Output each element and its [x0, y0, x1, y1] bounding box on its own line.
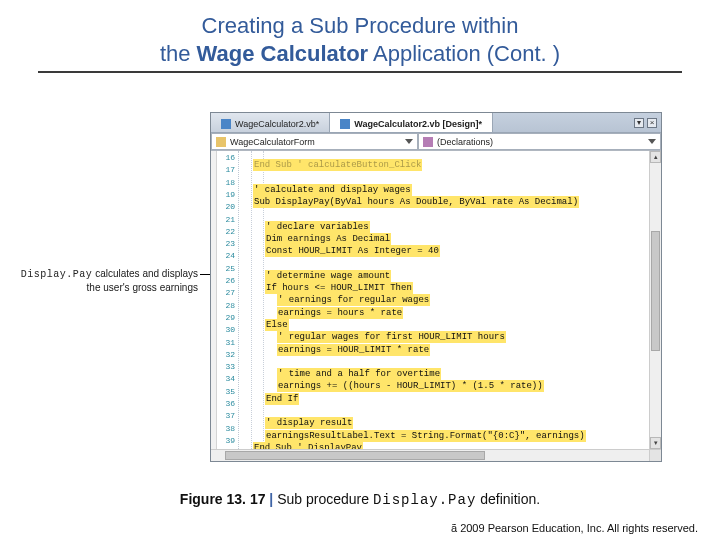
tab-dropdown-icon[interactable]: ▾: [634, 118, 644, 128]
figure-caption: Figure 13. 17 | Sub procedure Display.Pa…: [0, 491, 720, 508]
code-line: If hours <= HOUR_LIMIT Then: [241, 276, 649, 288]
line-number: 32: [225, 350, 235, 359]
code-line: [241, 165, 649, 177]
line-number: 26: [225, 276, 235, 285]
tab-bar: WageCalculator2.vb* WageCalculator2.vb […: [211, 113, 661, 133]
vertical-scrollbar[interactable]: ▴ ▾: [649, 151, 661, 449]
code-text: End Sub ' DisplayPay: [253, 442, 363, 449]
line-number: 33: [225, 362, 235, 371]
code-line: ' calculate and display wages: [241, 178, 649, 190]
copyright-footer: ã 2009 Pearson Education, Inc. All right…: [451, 522, 698, 534]
chevron-down-icon: [648, 139, 656, 144]
code-line: earnings += ((hours - HOUR_LIMIT) * (1.5…: [241, 374, 649, 386]
tab-close-icon[interactable]: ×: [647, 118, 657, 128]
ide-window: WageCalculator2.vb* WageCalculator2.vb […: [210, 112, 662, 462]
code-line: End Sub ' calculateButton_Click: [241, 153, 649, 165]
line-number: 25: [225, 264, 235, 273]
title-line1-pre: Creating a: [202, 13, 310, 38]
scrollbar-corner: [649, 449, 661, 461]
member-selector[interactable]: (Declarations): [418, 133, 661, 150]
scrollbar-thumb[interactable]: [651, 231, 660, 351]
scroll-up-icon[interactable]: ▴: [650, 151, 661, 163]
vb-file-icon: [340, 119, 350, 129]
code-line: [241, 350, 649, 362]
code-line: Else: [241, 313, 649, 325]
line-number: 16: [225, 153, 235, 162]
editor-wrap: 1617181920212223242526272829303132333435…: [211, 151, 661, 461]
title-underline: [38, 71, 682, 73]
code-line: ' display result: [241, 411, 649, 423]
line-number: 20: [225, 202, 235, 211]
code-line: earningsResultLabel.Text = String.Format…: [241, 424, 649, 436]
figure-number: Figure 13. 17: [180, 491, 266, 507]
horizontal-scrollbar[interactable]: [211, 449, 649, 461]
line-number: 24: [225, 251, 235, 260]
code-line: earnings = hours * rate: [241, 301, 649, 313]
caption-separator: |: [265, 491, 277, 507]
declarations-icon: [423, 137, 433, 147]
title-line2-pre: the: [160, 41, 197, 66]
slide-title: Creating a Sub Procedure within the Wage…: [0, 0, 720, 67]
scroll-down-icon[interactable]: ▾: [650, 437, 661, 449]
code-line: Const HOUR_LIMIT As Integer = 40: [241, 239, 649, 251]
line-number: 23: [225, 239, 235, 248]
code-line: [241, 399, 649, 411]
line-number: 38: [225, 424, 235, 433]
member-selector-value: (Declarations): [437, 137, 493, 147]
code-line: End Sub ' DisplayPay: [241, 436, 649, 448]
code-line: Dim earnings As Decimal: [241, 227, 649, 239]
code-line: ' time and a half for overtime: [241, 362, 649, 374]
line-number: 30: [225, 325, 235, 334]
caption-pre: Sub procedure: [277, 491, 373, 507]
line-number: 31: [225, 338, 235, 347]
title-line2-post: Application (Cont. ): [368, 41, 560, 66]
line-number: 27: [225, 288, 235, 297]
tab-bar-controls: ▾ ×: [634, 113, 661, 132]
code-editor[interactable]: 1617181920212223242526272829303132333435…: [211, 151, 649, 449]
line-number: 28: [225, 301, 235, 310]
vb-file-icon: [221, 119, 231, 129]
title-app-name: Wage Calculator: [197, 41, 369, 66]
chevron-down-icon: [405, 139, 413, 144]
code-line: ' earnings for regular wages: [241, 288, 649, 300]
code-line: End If: [241, 387, 649, 399]
class-icon: [216, 137, 226, 147]
caption-post: definition.: [476, 491, 540, 507]
code-line: [241, 251, 649, 263]
callout-text: calculates and displays the user's gross…: [87, 268, 198, 293]
line-number: 18: [225, 178, 235, 187]
tab-design-file[interactable]: WageCalculator2.vb [Design]*: [330, 113, 493, 132]
code-line: Sub DisplayPay(ByVal hours As Double, By…: [241, 190, 649, 202]
title-line1-post: Procedure within: [348, 13, 518, 38]
line-number: 21: [225, 215, 235, 224]
line-number-gutter: 1617181920212223242526272829303132333435…: [217, 151, 239, 449]
tab-label-0: WageCalculator2.vb*: [235, 119, 319, 129]
line-number: 35: [225, 387, 235, 396]
code-line: ' regular wages for first HOUR_LIMIT hou…: [241, 325, 649, 337]
scrollbar-thumb[interactable]: [225, 451, 485, 460]
line-number: 22: [225, 227, 235, 236]
line-number: 39: [225, 436, 235, 445]
code-area: End Sub ' calculateButton_Click' calcula…: [241, 151, 649, 449]
line-number: 37: [225, 411, 235, 420]
class-selector[interactable]: WageCalculatorForm: [211, 133, 418, 150]
code-line: ' determine wage amount: [241, 264, 649, 276]
line-number: 36: [225, 399, 235, 408]
line-number: 17: [225, 165, 235, 174]
caption-code: Display.Pay: [373, 492, 476, 508]
tab-label-1: WageCalculator2.vb [Design]*: [354, 119, 482, 129]
line-number: 19: [225, 190, 235, 199]
title-line1-sub: Sub: [309, 13, 348, 38]
callout-code-name: Display.Pay: [21, 269, 93, 280]
class-selector-value: WageCalculatorForm: [230, 137, 315, 147]
tab-code-file[interactable]: WageCalculator2.vb*: [211, 113, 330, 132]
code-line: [241, 202, 649, 214]
code-line: ' declare variables: [241, 215, 649, 227]
code-line: earnings = HOUR_LIMIT * rate: [241, 338, 649, 350]
navigation-combos: WageCalculatorForm (Declarations): [211, 133, 661, 151]
line-number: 34: [225, 374, 235, 383]
line-number: 29: [225, 313, 235, 322]
annotation-callout: Display.Pay calculates and displays the …: [10, 268, 198, 294]
